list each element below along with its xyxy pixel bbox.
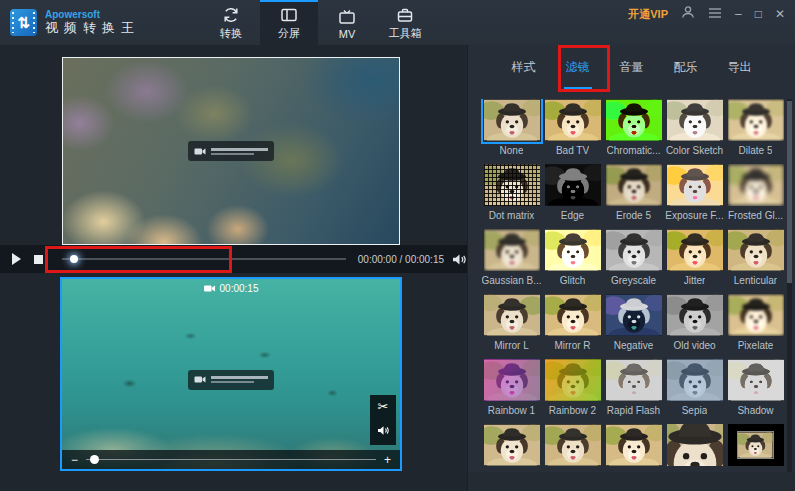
tab-filter[interactable]: 滤镜 — [564, 47, 592, 90]
filter-thumbnail — [728, 294, 784, 336]
close-button[interactable]: ✕ — [775, 8, 785, 20]
filter-item[interactable]: Lenticular — [725, 229, 786, 294]
filter-thumbnail — [667, 294, 723, 336]
filter-item[interactable] — [725, 424, 786, 472]
tab-volume[interactable]: 音量 — [618, 47, 646, 90]
clip-zoom-slider[interactable] — [86, 459, 376, 460]
filter-item[interactable] — [664, 424, 725, 472]
filter-scrollbar — [787, 99, 792, 472]
filter-item[interactable]: Exposure F... — [664, 164, 725, 229]
filter-item[interactable]: None — [481, 99, 542, 164]
filter-item[interactable]: Negative — [603, 294, 664, 359]
filter-label: Color Sketch — [666, 145, 723, 156]
filter-label: Edge — [561, 210, 584, 221]
filter-item[interactable]: Color Sketch — [664, 99, 725, 164]
main-nav: 转换 分屏 MV — [202, 0, 434, 45]
playback-controls: 00:00:00 / 00:00:15 — [0, 245, 467, 273]
filter-label: Shadow — [737, 405, 773, 416]
minimize-button[interactable]: – — [735, 8, 742, 20]
filter-item[interactable]: Erode 5 — [603, 164, 664, 229]
filter-item[interactable]: Pixelate — [725, 294, 786, 359]
tab-style[interactable]: 样式 — [510, 47, 538, 90]
progress-slider[interactable] — [62, 258, 346, 260]
filter-item[interactable] — [603, 424, 664, 472]
user-icon[interactable] — [681, 5, 695, 23]
filter-item[interactable]: Edge — [542, 164, 603, 229]
panel-footer — [468, 472, 795, 491]
filter-item[interactable]: Mirror R — [542, 294, 603, 359]
filter-item[interactable]: Dilate 5 — [725, 99, 786, 164]
tab-music[interactable]: 配乐 — [672, 47, 700, 90]
filter-item[interactable]: Gaussian B... — [481, 229, 542, 294]
filter-item[interactable]: Greyscale — [603, 229, 664, 294]
nav-item-toolbox[interactable]: 工具箱 — [376, 0, 434, 45]
filter-item[interactable]: Glitch — [542, 229, 603, 294]
filter-scrollbar-thumb[interactable] — [787, 101, 792, 283]
nav-item-mv[interactable]: MV — [318, 0, 376, 45]
progress-slider-handle[interactable] — [70, 255, 78, 263]
nav-label-convert: 转换 — [220, 26, 242, 41]
clip-tools: ✂ — [370, 395, 396, 445]
app-logo-icon: ⇅ — [10, 9, 37, 36]
clip-volume-icon[interactable] — [377, 422, 390, 440]
play-button[interactable] — [6, 253, 28, 265]
filter-label: Erode 5 — [616, 210, 651, 221]
main-preview-video — [62, 57, 400, 245]
filter-item[interactable]: Old video — [664, 294, 725, 359]
filter-thumbnail — [728, 359, 784, 401]
clip-zoom-bar: − + — [62, 450, 400, 469]
filter-item[interactable]: Shadow — [725, 359, 786, 424]
filter-label: Rainbow 1 — [488, 405, 535, 416]
nav-label-mv: MV — [339, 28, 356, 40]
filter-label: Mirror L — [494, 340, 528, 351]
zoom-out-button[interactable]: − — [71, 453, 78, 467]
nav-item-split-screen[interactable]: 分屏 — [260, 0, 318, 45]
filter-item[interactable] — [542, 424, 603, 472]
filter-thumbnail — [606, 294, 662, 336]
filter-thumbnail — [606, 359, 662, 401]
zoom-in-button[interactable]: + — [384, 453, 391, 467]
clip-zoom-handle[interactable] — [90, 455, 99, 464]
filter-thumbnail — [728, 229, 784, 271]
filter-item[interactable]: Dot matrix — [481, 164, 542, 229]
filter-label: Jitter — [684, 275, 706, 286]
filter-item[interactable]: Rainbow 2 — [542, 359, 603, 424]
filter-thumbnail — [728, 164, 784, 206]
filter-label: Dot matrix — [489, 210, 535, 221]
camera-icon — [194, 147, 206, 156]
filter-item[interactable]: Rainbow 1 — [481, 359, 542, 424]
filter-thumbnail — [545, 294, 601, 336]
filter-thumbnail — [545, 229, 601, 271]
menu-icon[interactable] — [708, 5, 722, 23]
filter-thumbnail — [484, 359, 540, 401]
panel-tabs: 样式 滤镜 音量 配乐 导出 — [468, 45, 795, 90]
filter-item[interactable]: Rapid Flash — [603, 359, 664, 424]
filter-item[interactable]: Chromatic... — [603, 99, 664, 164]
filter-label: Negative — [614, 340, 653, 351]
filter-item[interactable] — [481, 424, 542, 472]
filter-item[interactable]: Jitter — [664, 229, 725, 294]
trim-scissors-icon[interactable]: ✂ — [378, 400, 389, 413]
maximize-button[interactable]: □ — [755, 8, 762, 20]
selected-clip-video[interactable]: 00:00:15 ✂ − + — [60, 277, 402, 471]
tab-export[interactable]: 导出 — [726, 47, 754, 90]
filter-item[interactable]: Mirror L — [481, 294, 542, 359]
volume-icon[interactable] — [452, 253, 467, 266]
stop-button[interactable] — [28, 255, 50, 264]
nav-item-convert[interactable]: 转换 — [202, 0, 260, 45]
filter-thumbnail — [606, 229, 662, 271]
vip-button[interactable]: 开通VIP — [628, 7, 668, 22]
app-logo: ⇅ Apowersoft 视频转换王 — [10, 9, 140, 36]
settings-panel: 样式 滤镜 音量 配乐 导出 None Bad TV Chromatic... … — [467, 45, 795, 491]
filter-item[interactable]: Sepia — [664, 359, 725, 424]
filter-item[interactable]: Bad TV — [542, 99, 603, 164]
filter-label: Dilate 5 — [739, 145, 773, 156]
filter-label: Rainbow 2 — [549, 405, 596, 416]
filter-thumbnail — [484, 229, 540, 271]
filter-thumbnail — [545, 164, 601, 206]
filter-thumbnail — [728, 99, 784, 141]
clip-duration: 00:00:15 — [220, 283, 259, 294]
filter-thumbnail — [484, 99, 540, 141]
filter-label: Pixelate — [738, 340, 774, 351]
filter-item[interactable]: Frosted Gl... — [725, 164, 786, 229]
